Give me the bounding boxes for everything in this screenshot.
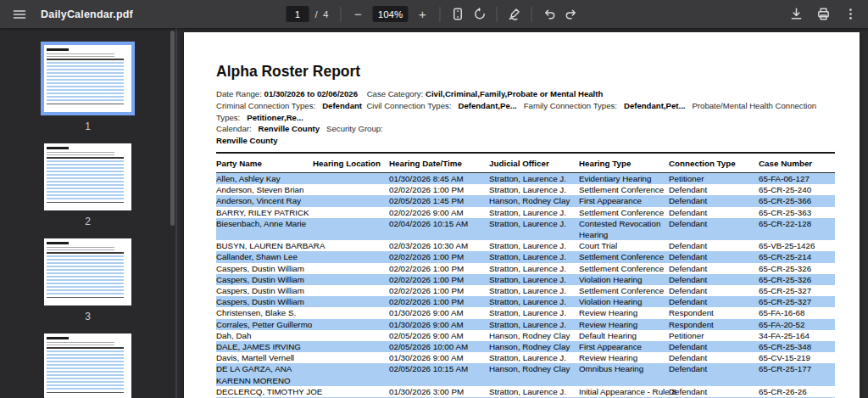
- page-number-input[interactable]: 1: [287, 6, 309, 22]
- thumbnail-preview-art: [47, 347, 124, 349]
- thumbnail-preview-art: [47, 53, 114, 54]
- thumbnail-preview-art: [47, 157, 124, 159]
- cell-case: 65-FA-20-52: [759, 319, 835, 330]
- cell-datetime: 01/30/2026 9:00 AM: [389, 352, 489, 363]
- cell-case: 65-CR-25-214: [759, 251, 835, 262]
- thumbnail-preview-art: [47, 247, 114, 248]
- cell-officer: Stratton, Laurence J.: [489, 173, 579, 184]
- menu-button[interactable]: [8, 3, 31, 25]
- meta-label: Security Group:: [320, 124, 383, 133]
- thumbnail-page-number: 3: [85, 311, 91, 322]
- sidebar-scrollbar[interactable]: [170, 31, 175, 226]
- column-header-hearing-type: Hearing Type: [579, 159, 669, 168]
- cell-case: 65-CR-25-348: [759, 341, 835, 352]
- cell-location: [313, 307, 389, 318]
- cell-connection: Defendant: [669, 363, 759, 385]
- cell-location: [313, 263, 389, 274]
- cell-datetime: 02/02/2026 1:00 PM: [389, 274, 489, 285]
- cell-connection: Defendant: [669, 274, 759, 285]
- page-thumbnail[interactable]: [44, 238, 131, 306]
- cell-location: [313, 173, 389, 184]
- cell-case: 65-CR-25-326: [759, 274, 835, 285]
- table-row: Anderson, Steven Brian02/02/2026 1:00 PM…: [216, 184, 835, 195]
- cell-case: 65-CR-25-366: [759, 195, 835, 206]
- meta-label: Criminal Connection Types:: [216, 101, 322, 110]
- cell-connection: Petitioner: [669, 330, 759, 341]
- table-row: DECLERCQ, TIMOTHY JOE01/30/2026 3:00 PMS…: [216, 386, 835, 397]
- cell-type: Initial Appearance - Rule 8: [579, 386, 669, 397]
- cell-datetime: 02/02/2026 1:00 PM: [389, 263, 489, 274]
- toolbar-divider: [440, 7, 441, 22]
- cell-case: 65-FA-16-68: [759, 307, 835, 318]
- meta-value: Defendant: [322, 101, 362, 110]
- meta-value: Civil,Criminal,Family,Probate or Mental …: [426, 89, 603, 98]
- menu-icon: [12, 7, 27, 22]
- redo-button[interactable]: [560, 3, 582, 25]
- cell-party: BARRY, RILEY PATRICK: [216, 207, 313, 218]
- table-row: Corrales, Petter Guillermo01/30/2026 9:0…: [216, 319, 835, 330]
- meta-value: 01/30/2026 to 02/06/2026: [264, 89, 358, 98]
- more-options-icon: [843, 7, 858, 21]
- zoom-out-button[interactable]: −: [348, 3, 370, 25]
- cell-party: Corrales, Petter Guillermo: [216, 319, 313, 330]
- thumbnail-preview-art: [47, 62, 124, 101]
- cell-officer: Stratton, Laurence J.: [489, 296, 579, 307]
- cell-location: [313, 274, 389, 285]
- thumbnail-item: 2: [44, 143, 131, 227]
- page-thumbnail[interactable]: [44, 143, 131, 210]
- thumbnail-preview-art: [47, 48, 69, 51]
- column-header-connection-type: Connection Type: [669, 159, 759, 168]
- cell-connection: Defendant: [669, 263, 759, 274]
- thumbnail-sidebar: 1234: [0, 28, 177, 398]
- cell-party: Davis, Martell Vernell: [216, 352, 313, 363]
- thumbnail-item: 3: [44, 238, 131, 322]
- cell-connection: Defendant: [669, 251, 759, 262]
- cell-type: Review Hearing: [579, 319, 669, 330]
- table-row: Christensen, Blake S.01/30/2026 9:00 AMS…: [216, 307, 835, 318]
- cell-datetime: 01/30/2026 9:00 AM: [389, 319, 489, 330]
- document-viewport[interactable]: Alpha Roster Report Date Range: 01/30/20…: [177, 28, 868, 398]
- cell-datetime: 02/03/2026 10:30 AM: [389, 240, 489, 251]
- rotate-button[interactable]: [469, 3, 491, 25]
- print-button[interactable]: [812, 3, 834, 25]
- cell-type: Contested Revocation Hearing: [579, 218, 669, 240]
- cell-type: First Appearance: [579, 195, 669, 206]
- cell-officer: Hanson, Rodney Clay: [489, 363, 579, 385]
- thumbnail-preview-art: [47, 252, 124, 254]
- cell-type: Violation Hearing: [579, 296, 669, 307]
- cell-officer: Stratton, Laurence J.: [489, 307, 579, 318]
- download-button[interactable]: [785, 3, 807, 25]
- meta-value: Renville County: [259, 124, 320, 133]
- column-header-party-name: Party Name: [216, 159, 313, 168]
- report-meta-line: Criminal Connection Types: Defendant Civ…: [216, 100, 835, 124]
- thumbnail-preview-art: [47, 202, 124, 203]
- cell-location: [313, 330, 389, 341]
- cell-connection: Respondent: [669, 319, 759, 330]
- page-thumbnail[interactable]: [41, 42, 135, 115]
- cell-officer: Stratton, Laurence J.: [489, 251, 579, 262]
- table-row: BARRY, RILEY PATRICK02/02/2026 9:00 AMSt…: [216, 207, 835, 218]
- cell-type: Violation Hearing: [579, 274, 669, 285]
- thumbnail-preview-art: [47, 160, 124, 199]
- cell-officer: Stratton, Laurence J.: [489, 352, 579, 363]
- pdf-viewer-toolbar: DailyCalendar.pdf 1 / 4 − 104% +: [0, 0, 868, 28]
- toolbar-divider: [341, 7, 342, 22]
- cell-case: 65-CR-26-26: [759, 386, 835, 397]
- thumbnail-preview-art: [47, 147, 69, 149]
- page-thumbnail[interactable]: [44, 334, 131, 398]
- table-row: BUSYN, LAUREN BARBARA02/03/2026 10:30 AM…: [216, 240, 835, 251]
- undo-button[interactable]: [538, 3, 560, 25]
- cell-location: [313, 195, 389, 206]
- thumbnail-preview-art: [47, 255, 124, 294]
- pdf-page: Alpha Roster Report Date Range: 01/30/20…: [184, 32, 860, 398]
- report-meta-line: Date Range: 01/30/2026 to 02/06/2026 Cas…: [216, 88, 835, 100]
- more-options-button[interactable]: [839, 3, 861, 25]
- thumbnail-page-number: 1: [85, 121, 91, 132]
- annotate-button[interactable]: [504, 3, 526, 25]
- cell-officer: Stratton, Laurence J.: [489, 240, 579, 251]
- cell-party: Biesenbach, Anne Marie: [216, 218, 313, 240]
- fit-to-page-button[interactable]: [447, 3, 469, 25]
- annotate-pen-icon: [507, 7, 521, 21]
- zoom-in-button[interactable]: +: [412, 3, 434, 25]
- zoom-level-input[interactable]: 104%: [373, 6, 409, 22]
